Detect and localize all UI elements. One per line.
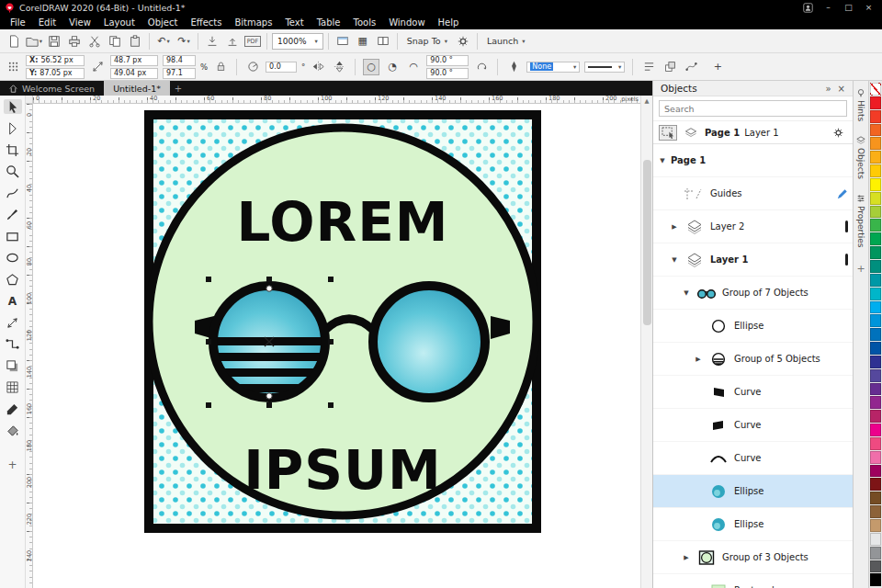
- docker-collapse-icon[interactable]: »: [825, 84, 831, 94]
- arc-mode-button[interactable]: ◠: [405, 59, 422, 75]
- menu-object[interactable]: Object: [141, 17, 185, 28]
- artistic-media-tool-icon[interactable]: [4, 208, 22, 222]
- horizontal-ruler[interactable]: pixels 020406080100120140160180200: [33, 96, 640, 104]
- show-grid-icon[interactable]: ▦: [354, 32, 372, 51]
- cut-icon[interactable]: [85, 32, 104, 51]
- interactive-fill-tool-icon[interactable]: [4, 424, 22, 438]
- color-swatch[interactable]: [870, 314, 881, 327]
- color-swatch[interactable]: [870, 137, 881, 150]
- color-swatch[interactable]: [870, 465, 881, 478]
- copy-icon[interactable]: [106, 32, 124, 51]
- close-button[interactable]: ×: [860, 2, 877, 14]
- color-swatch[interactable]: [870, 505, 881, 518]
- vertical-ruler[interactable]: 020406080100120140160180200220240: [26, 104, 33, 588]
- end-angle-field[interactable]: 90.0 °: [426, 68, 469, 79]
- menu-window[interactable]: Window: [382, 17, 431, 28]
- new-tab-button[interactable]: +: [170, 81, 187, 96]
- paste-icon[interactable]: [126, 32, 144, 51]
- objects-tree-item-group-of-7-objects[interactable]: ▼Group of 7 Objects: [653, 277, 853, 310]
- start-angle-field[interactable]: 90.0 °: [426, 55, 469, 66]
- node-handle-top[interactable]: [266, 286, 272, 291]
- color-swatch[interactable]: [870, 356, 881, 368]
- change-direction-icon[interactable]: [473, 59, 490, 75]
- tab-untitled-1[interactable]: Untitled-1*: [104, 81, 170, 96]
- expander-icon[interactable]: ▼: [658, 157, 667, 164]
- open-icon[interactable]: ▾: [25, 32, 43, 51]
- ellipse-mode-button[interactable]: ○: [363, 59, 379, 75]
- convert-to-curves-icon[interactable]: [683, 59, 699, 75]
- pick-tool-icon[interactable]: [4, 99, 22, 114]
- color-swatch[interactable]: [870, 533, 881, 546]
- ruler-origin[interactable]: [26, 96, 33, 104]
- mirror-horizontal-icon[interactable]: [310, 59, 326, 75]
- docker-settings-gear-icon[interactable]: [829, 125, 847, 141]
- snap-to-dropdown[interactable]: Snap To▾: [402, 32, 452, 51]
- property-bar-more-button[interactable]: +: [709, 59, 726, 75]
- polygon-tool-icon[interactable]: [4, 272, 22, 287]
- color-swatch[interactable]: [870, 560, 881, 573]
- layer-indicator-bar[interactable]: [845, 254, 848, 266]
- objects-tree-item-group-of-5-objects[interactable]: ▶Group of 5 Objects: [653, 343, 853, 376]
- lock-ratio-icon[interactable]: [212, 59, 229, 75]
- objects-tree-item-page-1[interactable]: ▼Page 1: [653, 144, 853, 177]
- objects-tree-item-group-of-3-objects[interactable]: ▶Group of 3 Objects: [653, 541, 853, 574]
- node-handle-bottom[interactable]: [266, 393, 272, 399]
- objects-tree-item-guides[interactable]: Guides: [653, 177, 853, 210]
- color-swatch[interactable]: [870, 151, 881, 164]
- right-lens-ellipse[interactable]: [373, 286, 485, 398]
- color-swatch[interactable]: [870, 519, 881, 532]
- angle-field[interactable]: 0.0: [266, 62, 297, 73]
- edit-guides-pencil-icon[interactable]: [837, 188, 848, 199]
- save-icon[interactable]: [45, 32, 63, 51]
- expander-icon[interactable]: ▶: [682, 554, 691, 561]
- color-swatch[interactable]: [870, 164, 881, 177]
- color-swatch[interactable]: [870, 219, 881, 232]
- ellipse-tool-icon[interactable]: [4, 251, 22, 266]
- layer-manager-icon[interactable]: [682, 125, 700, 141]
- artwork-sunglasses-logo[interactable]: LOREM IPSUM: [144, 110, 541, 533]
- color-swatch[interactable]: [870, 124, 881, 137]
- tab-welcome-screen[interactable]: Welcome Screen: [0, 81, 104, 96]
- expander-icon[interactable]: ▼: [670, 256, 679, 264]
- page-layout-icon[interactable]: [374, 32, 392, 51]
- full-screen-preview-icon[interactable]: [334, 32, 352, 51]
- color-swatch[interactable]: [870, 383, 881, 396]
- vertical-scrollbar[interactable]: ▲: [640, 96, 652, 588]
- color-swatch[interactable]: [870, 288, 881, 300]
- object-height-field[interactable]: 49.04 px: [110, 68, 158, 79]
- crop-tool-icon[interactable]: [4, 142, 22, 157]
- launch-dropdown[interactable]: Launch▾: [482, 32, 530, 51]
- rectangle-tool-icon[interactable]: [4, 229, 22, 243]
- color-swatch[interactable]: [870, 246, 881, 259]
- color-swatch[interactable]: [870, 110, 881, 123]
- object-x-field[interactable]: X:56.52 px: [26, 55, 85, 66]
- color-swatch[interactable]: [870, 547, 881, 560]
- redo-icon[interactable]: ↷▾: [175, 32, 193, 51]
- line-style-dropdown[interactable]: ▾: [584, 62, 625, 73]
- publish-pdf-icon[interactable]: PDF: [243, 32, 262, 51]
- object-y-field[interactable]: Y:87.05 px: [26, 68, 85, 79]
- objects-tree-item-curve[interactable]: Curve: [653, 442, 853, 475]
- color-swatch[interactable]: [870, 206, 881, 219]
- dimension-tool-icon[interactable]: [4, 315, 22, 330]
- freehand-tool-icon[interactable]: [4, 186, 22, 200]
- undo-icon[interactable]: ↶▾: [154, 32, 173, 51]
- shape-tool-icon[interactable]: [4, 121, 22, 136]
- scale-y-field[interactable]: 97.1: [163, 68, 196, 79]
- objects-tree-item-rectangle[interactable]: Rectangle: [653, 574, 853, 588]
- expander-icon[interactable]: ▶: [694, 356, 703, 363]
- color-swatch[interactable]: [870, 301, 881, 314]
- selection-mode-icon[interactable]: [659, 125, 677, 141]
- to-front-icon[interactable]: [662, 59, 678, 75]
- objects-tree-item-layer-1[interactable]: ▼Layer 1: [653, 243, 853, 277]
- menu-table[interactable]: Table: [311, 17, 347, 28]
- color-swatch[interactable]: [870, 492, 881, 504]
- menu-text[interactable]: Text: [278, 17, 310, 28]
- docker-tab-properties[interactable]: Properties: [856, 194, 865, 247]
- color-swatch[interactable]: [870, 96, 881, 109]
- connector-tool-icon[interactable]: [4, 337, 22, 352]
- color-swatch[interactable]: [870, 573, 881, 586]
- color-swatch[interactable]: [870, 369, 881, 382]
- objects-tree-item-ellipse[interactable]: Ellipse: [653, 310, 853, 343]
- objects-tree-item-layer-2[interactable]: ▶Layer 2: [653, 210, 853, 243]
